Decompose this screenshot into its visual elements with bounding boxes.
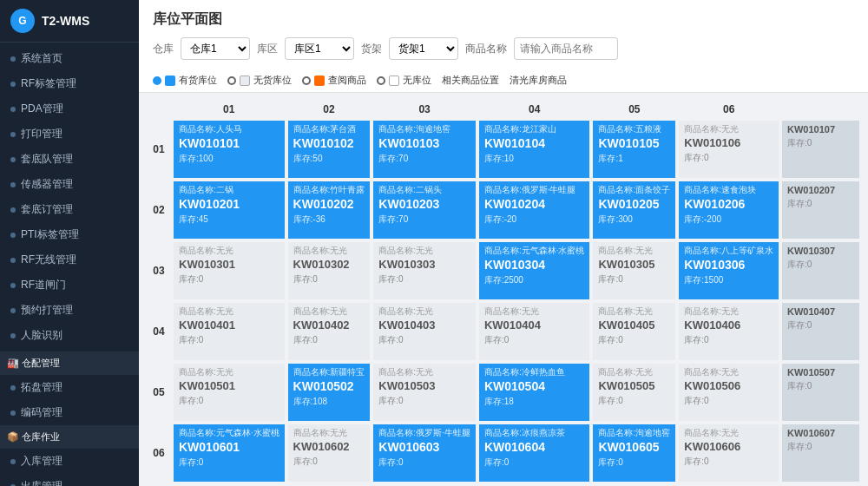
cell-KW010605[interactable]: 商品名称:洵逾地窖KW010605库存:0 xyxy=(591,423,677,483)
cell-KW010607[interactable]: KW010607库存:0 xyxy=(780,423,861,483)
cell-KW010401[interactable]: 商品名称:无光KW010401库存:0 xyxy=(172,301,286,362)
cell-KW010107[interactable]: KW010107库存:0 xyxy=(780,119,861,180)
sidebar-item-pda[interactable]: PDA管理 xyxy=(0,96,139,122)
cell-KW010602[interactable]: 商品名称:无光KW010602库存:0 xyxy=(286,423,372,483)
dot-icon xyxy=(10,459,16,464)
warehouse-select[interactable]: 仓库1 xyxy=(181,37,250,60)
cell-KW010301[interactable]: 商品名称:无光KW010301库存:0 xyxy=(172,240,286,301)
cell-KW010402[interactable]: 商品名称:无光KW010402库存:0 xyxy=(286,301,372,362)
cell-KW010504[interactable]: 商品名称:冷鲜热血鱼KW010504库存:18 xyxy=(477,362,592,423)
app-title: T2-WMS xyxy=(42,14,89,28)
cell-KW010502[interactable]: 商品名称:新疆特宝KW010502库存:108 xyxy=(286,362,372,423)
sidebar-item-inbound[interactable]: 入库管理 xyxy=(0,449,139,474)
cell-KW010406[interactable]: 商品名称:无光KW010406库存:0 xyxy=(677,301,780,362)
legend-color-query xyxy=(314,76,325,86)
area-label: 库区 xyxy=(257,42,278,56)
cell-KW010501[interactable]: 商品名称:无光KW010501库存:0 xyxy=(172,362,286,423)
cell-KW010503[interactable]: 商品名称:无光KW010503库存:0 xyxy=(372,362,477,423)
dot-icon xyxy=(10,82,16,87)
cell-KW010506[interactable]: 商品名称:无光KW010506库存:0 xyxy=(677,362,780,423)
goods-label: 商品名称 xyxy=(465,42,507,56)
cell-KW010302[interactable]: 商品名称:无光KW010302库存:0 xyxy=(286,240,372,301)
cell-KW010103[interactable]: 商品名称:洵逾地窖KW010103库存:70 xyxy=(372,119,477,180)
cell-KW010306[interactable]: 商品名称:八上等矿泉水KW010306库存:1500 xyxy=(677,240,780,301)
col-header-6: 06 xyxy=(677,100,780,119)
legend-query-goods[interactable]: 查阅商品 xyxy=(302,74,366,87)
cell-KW010106[interactable]: 商品名称:无光KW010106库存:0 xyxy=(677,119,780,180)
dot-icon xyxy=(10,132,16,137)
dot-icon xyxy=(10,107,16,112)
sidebar-item-pti[interactable]: PTI标签管理 xyxy=(0,222,139,247)
cell-KW010505[interactable]: 商品名称:无光KW010505库存:0 xyxy=(591,362,677,423)
cell-KW010203[interactable]: 商品名称:二锅头KW010203库存:70 xyxy=(372,180,477,240)
cell-KW010604[interactable]: 商品名称:冰痕燕凉茶KW010604库存:0 xyxy=(477,423,592,483)
cell-KW010507[interactable]: KW010507库存:0 xyxy=(780,362,861,423)
sidebar-item-gate[interactable]: RF道闸门 xyxy=(0,273,139,298)
legend-no-slot[interactable]: 无库位 xyxy=(377,74,431,87)
cell-KW010202[interactable]: 商品名称:竹叶青露KW010202库存:-36 xyxy=(286,180,372,240)
cell-KW010305[interactable]: 商品名称:无光KW010305库存:0 xyxy=(591,240,677,301)
cell-KW010105[interactable]: 商品名称:五粮液KW010105库存:1 xyxy=(591,119,677,180)
sidebar-item-outbound[interactable]: 出库管理 xyxy=(0,474,139,486)
col-header-extra xyxy=(780,100,861,119)
sidebar-item-sensor-label: 传感器管理 xyxy=(21,177,73,192)
sidebar-item-pallet[interactable]: 拓盘管理 xyxy=(0,375,139,400)
sidebar-item-rfwireless[interactable]: RF无线管理 xyxy=(0,247,139,273)
sidebar-group-warehouse[interactable]: 🏭 仓配管理 xyxy=(0,351,139,375)
sidebar-item-rf[interactable]: RF标签管理 xyxy=(0,71,139,96)
sidebar-item-encode[interactable]: 编码管理 xyxy=(0,400,139,425)
legend-color-no xyxy=(240,76,250,86)
legend-color-slot xyxy=(389,76,399,86)
dot-icon xyxy=(10,56,16,62)
logo-icon: G xyxy=(10,9,35,33)
sidebar-item-sensor[interactable]: 传感器管理 xyxy=(0,172,139,197)
legend-no-goods[interactable]: 无货库位 xyxy=(227,74,292,87)
cell-KW010405[interactable]: 商品名称:无光KW010405库存:0 xyxy=(591,301,677,362)
sidebar-item-home-label: 系统首页 xyxy=(21,51,62,66)
cell-KW010204[interactable]: 商品名称:俄罗斯·牛蛙腿KW010204库存:-20 xyxy=(477,180,592,240)
cell-KW010104[interactable]: 商品名称:龙江家山KW010104库存:10 xyxy=(477,119,592,180)
main-content: 库位平面图 仓库 仓库1 库区 库区1 货架 货架1 商品名称 有货库位 xyxy=(139,0,868,486)
sidebar-item-gate-label: RF道闸门 xyxy=(21,278,66,292)
cell-KW010601[interactable]: 商品名称:元气森林·水蜜桃KW010601库存:0 xyxy=(172,423,286,483)
cell-KW010201[interactable]: 商品名称:二锅KW010201库存:45 xyxy=(172,180,286,240)
sidebar-item-reserve[interactable]: 预约打管理 xyxy=(0,298,139,323)
sidebar-item-encode-label: 编码管理 xyxy=(21,405,62,420)
sidebar-item-reserve-label: 预约打管理 xyxy=(21,303,73,318)
legend-related-label: 相关商品位置 xyxy=(442,74,499,87)
sidebar-item-suit-label: 套底队管理 xyxy=(21,152,73,167)
cell-KW010403[interactable]: 商品名称:无光KW010403库存:0 xyxy=(372,301,477,362)
cell-KW010606[interactable]: 商品名称:无光KW010606库存:0 xyxy=(677,423,780,483)
sidebar-item-inbound-label: 入库管理 xyxy=(21,454,62,469)
dot-icon xyxy=(10,207,16,213)
cell-KW010207[interactable]: KW010207库存:0 xyxy=(780,180,861,240)
col-header-3: 03 xyxy=(372,100,477,119)
goods-search-input[interactable] xyxy=(514,37,618,60)
cell-KW010304[interactable]: 商品名称:元气森林·水蜜桃KW010304库存:2500 xyxy=(477,240,592,301)
sidebar-item-home[interactable]: 系统首页 xyxy=(0,46,139,71)
dot-icon xyxy=(10,410,16,416)
warehouse-group-label: 🏭 仓配管理 xyxy=(7,357,60,370)
cell-KW010205[interactable]: 商品名称:面条饺子KW010205库存:300 xyxy=(591,180,677,240)
cell-KW010102[interactable]: 商品名称:茅台酒KW010102库存:50 xyxy=(286,119,372,180)
filter-row: 仓库 仓库1 库区 库区1 货架 货架1 商品名称 xyxy=(153,37,854,60)
area-select[interactable]: 库区1 xyxy=(285,37,354,60)
legend-color-has xyxy=(165,76,175,86)
page-title: 库位平面图 xyxy=(153,10,854,29)
sidebar-item-face[interactable]: 人脸识别 xyxy=(0,323,139,348)
cell-KW010303[interactable]: 商品名称:无光KW010303库存:0 xyxy=(372,240,477,301)
sidebar-item-print-label: 打印管理 xyxy=(21,127,62,141)
cell-KW010101[interactable]: 商品名称:人头马KW010101库存:100 xyxy=(172,119,286,180)
cell-KW010404[interactable]: 商品名称:无光KW010404库存:0 xyxy=(477,301,592,362)
sidebar-item-print[interactable]: 打印管理 xyxy=(0,122,139,147)
shelf-select[interactable]: 货架1 xyxy=(389,37,458,60)
cell-KW010603[interactable]: 商品名称:俄罗斯·牛蛙腿KW010603库存:0 xyxy=(372,423,477,483)
dot-icon xyxy=(10,258,16,263)
cell-KW010206[interactable]: 商品名称:速食泡块KW010206库存:-200 xyxy=(677,180,780,240)
cell-KW010407[interactable]: KW010407库存:0 xyxy=(780,301,861,362)
sidebar-item-order[interactable]: 套底订管理 xyxy=(0,197,139,222)
cell-KW010307[interactable]: KW010307库存:0 xyxy=(780,240,861,301)
sidebar-item-suit[interactable]: 套底队管理 xyxy=(0,147,139,172)
sidebar-group-ops[interactable]: 📦 仓库作业 xyxy=(0,425,139,449)
legend-has-goods[interactable]: 有货库位 xyxy=(153,74,217,87)
